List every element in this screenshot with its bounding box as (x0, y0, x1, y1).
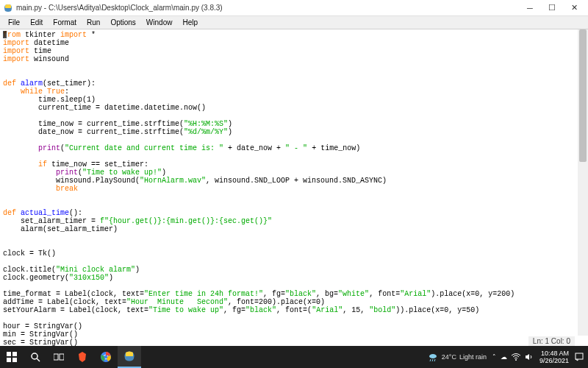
tray-cloud-icon[interactable]: ☁ (501, 353, 507, 361)
menu-window[interactable]: Window (141, 17, 178, 28)
status-bar: Ln: 1 Col: 0 (528, 336, 575, 346)
svg-line-12 (430, 359, 431, 361)
svg-rect-0 (7, 352, 11, 356)
menu-edit[interactable]: Edit (25, 17, 48, 28)
svg-rect-3 (12, 358, 17, 362)
svg-rect-7 (60, 354, 64, 360)
weather-text: Light rain (459, 353, 487, 361)
taskbar-app-idle[interactable] (118, 346, 141, 368)
task-view-icon[interactable] (47, 346, 71, 368)
svg-point-10 (104, 355, 108, 359)
cursor-position: Ln: 1 Col: 0 (533, 337, 570, 345)
taskbar-app-chrome[interactable] (94, 346, 118, 368)
text-cursor (3, 31, 7, 38)
svg-line-14 (434, 359, 435, 361)
svg-rect-1 (12, 352, 17, 356)
svg-point-15 (515, 359, 517, 361)
weather-temp: 24°C (442, 353, 456, 361)
maximize-button[interactable]: ☐ (541, 1, 563, 15)
wifi-icon[interactable] (512, 353, 520, 361)
minimize-button[interactable]: ─ (519, 1, 541, 15)
menu-file[interactable]: File (3, 17, 25, 28)
svg-point-11 (429, 354, 437, 358)
window-controls: ─ ☐ ✕ (519, 1, 585, 15)
window-titlebar: main.py - C:\Users\Aditya\Desktop\Clock_… (0, 0, 588, 16)
svg-rect-16 (576, 353, 583, 359)
window-title: main.py - C:\Users\Aditya\Desktop\Clock_… (16, 4, 519, 12)
menu-bar: File Edit Format Run Options Window Help (0, 16, 588, 29)
close-button[interactable]: ✕ (563, 1, 585, 15)
scrollbar-thumb[interactable] (579, 29, 587, 162)
tray-chevron-icon[interactable]: ˄ (492, 353, 496, 361)
svg-rect-2 (7, 358, 11, 362)
taskbar-time: 10:48 AM (539, 350, 569, 357)
taskbar-app-brave[interactable] (71, 346, 94, 368)
vertical-scrollbar[interactable] (578, 29, 588, 336)
svg-line-5 (37, 358, 40, 361)
weather-widget[interactable]: 24°C Light rain (427, 351, 487, 363)
menu-run[interactable]: Run (82, 17, 105, 28)
taskbar-date: 9/26/2021 (539, 357, 569, 364)
windows-taskbar: 24°C Light rain ˄ ☁ 10:48 AM 9/26/2021 (0, 346, 588, 368)
menu-options[interactable]: Options (105, 17, 140, 28)
idle-app-icon (3, 3, 13, 13)
svg-line-13 (432, 359, 433, 361)
weather-icon (427, 351, 439, 363)
svg-point-4 (32, 353, 37, 359)
menu-format[interactable]: Format (48, 17, 82, 28)
notifications-icon[interactable] (575, 353, 584, 361)
search-icon[interactable] (24, 346, 47, 368)
svg-rect-6 (54, 354, 58, 360)
volume-icon[interactable] (525, 353, 534, 361)
system-tray: 24°C Light rain ˄ ☁ 10:48 AM 9/26/2021 (427, 350, 588, 364)
menu-help[interactable]: Help (177, 17, 203, 28)
start-button[interactable] (0, 346, 24, 368)
taskbar-clock[interactable]: 10:48 AM 9/26/2021 (539, 350, 569, 364)
code-editor[interactable]: from tkinter import * import datetime im… (0, 29, 588, 368)
